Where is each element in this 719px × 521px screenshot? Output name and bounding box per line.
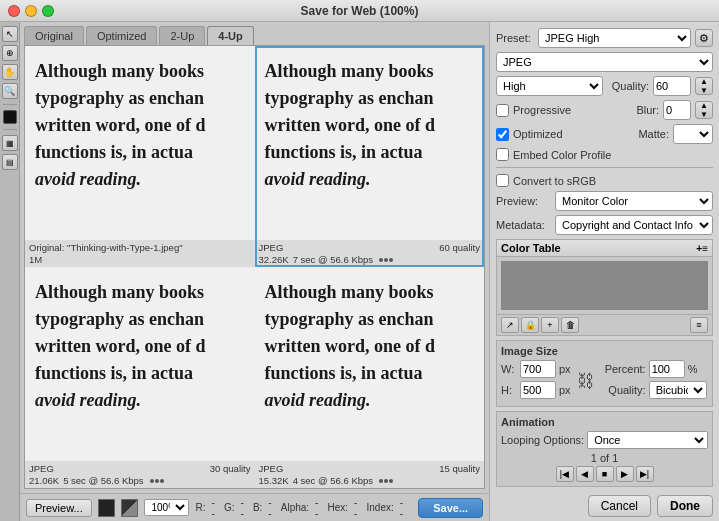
format-select[interactable]: JPEG	[496, 52, 713, 72]
width-row: W: px	[501, 360, 571, 378]
image-label-jpeg15-bottom: 15.32K 4 sec @ 56.6 Kbps	[255, 475, 485, 488]
image-cell-original[interactable]: Although many books typography as enchan…	[25, 46, 255, 267]
preview-select[interactable]: Monitor Color	[555, 191, 713, 211]
image-cell-jpeg15[interactable]: Although many books typography as enchan…	[255, 267, 485, 488]
embed-profile-label: Embed Color Profile	[513, 149, 611, 161]
maximize-button[interactable]	[42, 5, 54, 17]
progressive-checkbox[interactable]	[496, 104, 509, 117]
blur-input[interactable]	[663, 100, 691, 120]
looping-label: Looping Options:	[501, 434, 584, 446]
preview-button[interactable]: Preview...	[26, 499, 92, 517]
preset-options-button[interactable]: ⚙	[695, 29, 713, 47]
ct-delete-button[interactable]: 🗑	[561, 317, 579, 333]
metadata-row: Metadata: Copyright and Contact Info	[496, 215, 713, 235]
image-grid: Although many books typography as enchan…	[24, 45, 485, 489]
image-label-jpeg60-top: JPEG 60 quality	[255, 240, 485, 254]
tool-divider2	[3, 129, 17, 130]
optimized-row: Optimized Matte:	[496, 124, 713, 144]
tab-4up[interactable]: 4-Up	[207, 26, 253, 45]
slice-select-tool[interactable]: ▤	[2, 154, 18, 170]
percent-input[interactable]	[649, 360, 685, 378]
matte-select[interactable]	[673, 124, 713, 144]
anim-stop-button[interactable]: ■	[596, 466, 614, 482]
image-label-jpeg15-top: JPEG 15 quality	[255, 461, 485, 475]
anim-prev-button[interactable]: ◀	[576, 466, 594, 482]
quality-resize-select[interactable]: Bicubic	[649, 381, 707, 399]
height-input[interactable]	[520, 381, 556, 399]
dialog-buttons: Cancel Done	[496, 495, 713, 517]
close-button[interactable]	[8, 5, 20, 17]
b-value: --	[268, 497, 274, 519]
width-input[interactable]	[520, 360, 556, 378]
image-cell-jpeg60[interactable]: Although many books typography as enchan…	[255, 46, 485, 267]
tab-2up[interactable]: 2-Up	[159, 26, 205, 45]
image-preview-jpeg15: Although many books typography as enchan…	[255, 267, 485, 461]
quality-input[interactable]	[653, 76, 691, 96]
ct-menu-button[interactable]: ≡	[690, 317, 708, 333]
blur-stepper[interactable]: ▲▼	[695, 101, 713, 119]
convert-srgb-checkbox[interactable]	[496, 174, 509, 187]
percent-unit: %	[688, 363, 698, 375]
looping-select[interactable]: Once	[587, 431, 708, 449]
hex-label: Hex:	[328, 502, 349, 513]
save-button[interactable]: Save...	[418, 498, 483, 518]
divider-1	[496, 167, 713, 168]
select-tool[interactable]: ↖	[2, 26, 18, 42]
blur-label: Blur:	[636, 104, 659, 116]
alpha-value: --	[315, 497, 321, 519]
hand-tool[interactable]: ✋	[2, 64, 18, 80]
percent-row: Percent: %	[601, 360, 707, 378]
convert-srgb-label: Convert to sRGB	[513, 175, 596, 187]
view-tabs: Original Optimized 2-Up 4-Up	[20, 22, 489, 45]
minimize-button[interactable]	[25, 5, 37, 17]
percent-label: Percent:	[601, 363, 646, 375]
anim-play-button[interactable]: ▶	[616, 466, 634, 482]
preset-label: Preset:	[496, 32, 534, 44]
width-label: W:	[501, 363, 517, 375]
cancel-button[interactable]: Cancel	[588, 495, 651, 517]
done-button[interactable]: Done	[657, 495, 713, 517]
ct-lock-button[interactable]: 🔒	[521, 317, 539, 333]
animation-controls: |◀ ◀ ■ ▶ ▶|	[501, 466, 708, 482]
image-size-title: Image Size	[501, 345, 708, 357]
zoom-select[interactable]: 100%	[144, 499, 189, 516]
color-swatch-indicator	[98, 499, 115, 517]
quality-options-button[interactable]: ▲▼	[695, 77, 713, 95]
embed-profile-checkbox[interactable]	[496, 148, 509, 161]
anim-first-button[interactable]: |◀	[556, 466, 574, 482]
tab-optimized[interactable]: Optimized	[86, 26, 158, 45]
zoom-tool[interactable]: ⊕	[2, 45, 18, 61]
color-table-expand-icon[interactable]: +≡	[696, 243, 708, 254]
settings-panel: Preset: JPEG High ⚙ JPEG High Quality: ▲…	[489, 22, 719, 521]
slice-tool[interactable]: ▦	[2, 135, 18, 151]
image-size-original: 1M	[25, 254, 255, 267]
alpha-label: Alpha:	[281, 502, 309, 513]
image-preview-jpeg30: Although many books typography as enchan…	[25, 267, 255, 461]
optimized-checkbox[interactable]	[496, 128, 509, 141]
image-size-section: Image Size W: px H: px ⛓	[496, 340, 713, 407]
embed-profile-row: Embed Color Profile	[496, 148, 713, 161]
preset-select[interactable]: JPEG High	[538, 28, 691, 48]
bottom-toolbar: Preview... 100% R: -- G: -- B: -- Alpha:…	[20, 493, 489, 521]
convert-srgb-row: Convert to sRGB	[496, 174, 713, 187]
preview-row: Preview: Monitor Color	[496, 191, 713, 211]
progressive-label: Progressive	[513, 104, 571, 116]
ct-map-button[interactable]: ↗	[501, 317, 519, 333]
tool-divider	[3, 104, 17, 105]
canvas-panel: Original Optimized 2-Up 4-Up Although ma…	[20, 22, 489, 521]
animation-counter: 1 of 1	[501, 452, 708, 464]
ct-add-button[interactable]: +	[541, 317, 559, 333]
image-cell-jpeg30[interactable]: Although many books typography as enchan…	[25, 267, 255, 488]
g-label: G:	[224, 502, 235, 513]
image-preview-original: Although many books typography as enchan…	[25, 46, 255, 240]
window-title: Save for Web (100%)	[301, 4, 419, 18]
matte-label: Matte:	[638, 128, 669, 140]
compression-select[interactable]: High	[496, 76, 603, 96]
looping-row: Looping Options: Once	[501, 431, 708, 449]
anim-next-button[interactable]: ▶|	[636, 466, 654, 482]
eyedropper-tool[interactable]: 🔍	[2, 83, 18, 99]
metadata-select[interactable]: Copyright and Contact Info	[555, 215, 713, 235]
color-swatch[interactable]	[3, 110, 17, 124]
tab-original[interactable]: Original	[24, 26, 84, 45]
animation-section: Animation Looping Options: Once 1 of 1 |…	[496, 411, 713, 487]
